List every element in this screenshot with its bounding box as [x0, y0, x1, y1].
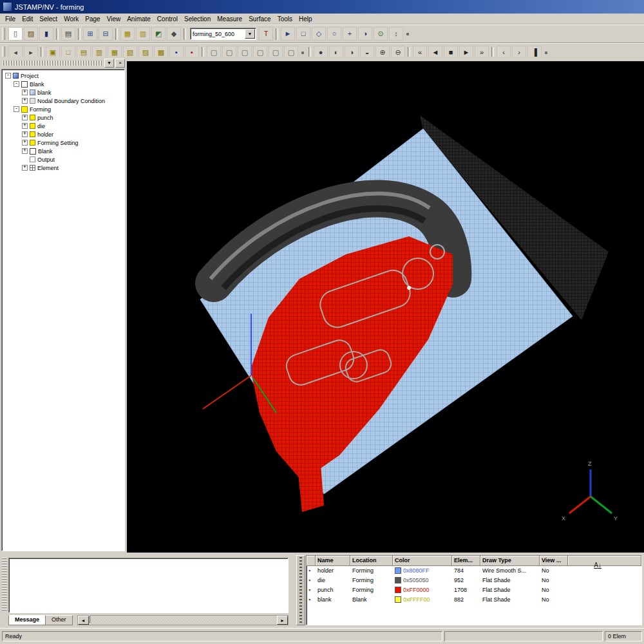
forming-stage-icon[interactable] [21, 106, 28, 113]
scroll-left-icon[interactable]: ◄ [78, 616, 89, 625]
col-select[interactable] [307, 556, 316, 566]
table-row-blank[interactable]: ▪ blank Blank 0xFFFF00 882 Flat Shade No [307, 594, 641, 604]
tab-message[interactable]: Message [8, 615, 46, 625]
row-select-icon[interactable]: ▪ [307, 596, 316, 603]
tab-other[interactable]: Other [45, 615, 73, 625]
tree-item-die[interactable]: die [2, 122, 124, 130]
row-select-icon[interactable]: ▪ [307, 567, 316, 574]
export-model-icon[interactable]: ⊟ [99, 27, 113, 41]
scrollbar-track[interactable] [89, 616, 277, 625]
col-elements[interactable]: Elem... [452, 556, 480, 566]
panel-drag-grip[interactable] [3, 61, 102, 66]
show-mesh-icon[interactable]: ▥ [136, 27, 150, 41]
scrollbar-thumb[interactable] [89, 615, 90, 623]
expander-icon[interactable] [14, 106, 19, 112]
tree-item-project[interactable]: Project [2, 71, 124, 80]
table-row-die[interactable]: ▪ die Forming 0x505050 952 Flat Shade No [307, 575, 641, 585]
expander-icon[interactable] [5, 73, 11, 79]
menu-tools[interactable]: Tools [274, 15, 296, 23]
table-row-holder[interactable]: ▪ holder Forming 0x8080FF 784 Wire Smoot… [307, 565, 641, 575]
panel-drag-grip[interactable] [2, 558, 7, 611]
scroll-right-icon[interactable]: ► [277, 616, 288, 625]
expander-icon[interactable] [22, 123, 28, 129]
measure-icon[interactable]: ↕ [389, 27, 403, 41]
menu-measure[interactable]: Measure [214, 15, 245, 23]
part-color[interactable]: 0x505050 [393, 577, 452, 583]
new-file-icon[interactable]: ▯ [8, 27, 23, 41]
select-invert-icon[interactable]: ◑ [358, 27, 372, 41]
select-add-icon[interactable]: + [343, 27, 357, 41]
row-select-icon[interactable]: ▪ [307, 577, 316, 583]
col-location[interactable]: Location [350, 556, 393, 566]
table-row-punch[interactable]: ▪ punch Forming 0xFF0000 1708 Flat Shade… [307, 585, 641, 594]
expander-icon[interactable] [22, 90, 28, 95]
color-swatch[interactable] [395, 596, 401, 603]
database-icon[interactable]: ◆ [167, 27, 181, 41]
title-bar[interactable]: JSTAMP/NV - forming [0, 0, 644, 14]
open-file-icon[interactable]: ▨ [24, 27, 38, 41]
menu-selection[interactable]: Selection [181, 15, 214, 23]
part-view[interactable]: No [540, 567, 568, 574]
col-draw-type[interactable]: Draw Type [480, 556, 540, 566]
expander-icon[interactable] [22, 131, 28, 137]
panel-header[interactable]: ▾ × [1, 59, 125, 68]
select-polygon-icon[interactable]: ◇ [312, 27, 326, 41]
col-color[interactable]: Color [393, 556, 452, 566]
menu-select[interactable]: Select [36, 15, 61, 23]
save-file-icon[interactable]: ▮ [39, 27, 53, 41]
part-view[interactable]: No [540, 596, 568, 603]
import-model-icon[interactable]: ⊞ [83, 27, 97, 41]
tree-item-output[interactable]: Output [2, 155, 124, 164]
menu-animate[interactable]: Animate [124, 15, 154, 23]
tree-item-element[interactable]: Element [2, 164, 124, 172]
menu-view[interactable]: View [104, 15, 124, 23]
tree-item-blank-group[interactable]: Blank [2, 80, 124, 88]
3d-viewport[interactable]: Z X Y [127, 61, 644, 553]
expander-icon[interactable] [22, 165, 28, 171]
select-window-icon[interactable]: □ [296, 27, 310, 41]
tree-item-holder[interactable]: holder [2, 130, 124, 138]
part-view[interactable]: No [540, 587, 568, 593]
file-combo[interactable]: forming_50_600 ▼ [190, 28, 256, 40]
show-elements-icon[interactable]: ▦ [120, 27, 135, 41]
show-parts-icon[interactable]: ◩ [151, 27, 166, 41]
combo-dropdown-icon[interactable]: ▼ [245, 29, 255, 39]
expander-icon[interactable] [22, 115, 28, 120]
color-swatch[interactable] [395, 567, 401, 574]
expander-icon[interactable] [22, 148, 28, 154]
tree-item-forming[interactable]: Forming [2, 105, 124, 113]
pin-icon[interactable]: ▾ [104, 59, 114, 68]
menu-control[interactable]: Control [154, 15, 181, 23]
panel-side-grip[interactable] [296, 555, 305, 625]
part-color[interactable]: 0xFF0000 [393, 587, 452, 593]
part-color[interactable]: 0xFFFF00 [393, 596, 452, 603]
apply-stage-icon[interactable]: T [259, 27, 273, 41]
message-output-area[interactable] [8, 558, 289, 613]
tree-item-punch[interactable]: punch [2, 113, 124, 122]
menu-file[interactable]: File [2, 15, 19, 23]
select-circle-icon[interactable]: ○ [327, 27, 341, 41]
menu-page[interactable]: Page [82, 15, 103, 23]
zoom-window-icon[interactable]: ⊙ [374, 27, 388, 41]
checkbox-icon[interactable] [21, 81, 28, 88]
col-name[interactable]: Name [316, 556, 350, 566]
menu-surface[interactable]: Surface [245, 15, 274, 23]
tree-item-nodal-boundary-condition[interactable]: Nodal Boundary Condition [2, 97, 124, 105]
part-view[interactable]: No [540, 577, 568, 583]
expander-icon[interactable] [22, 140, 28, 146]
expander-icon[interactable] [22, 98, 28, 104]
color-swatch[interactable] [395, 577, 401, 583]
menu-help[interactable]: Help [296, 15, 316, 23]
part-draw-type[interactable]: Flat Shade [480, 596, 540, 603]
part-draw-type[interactable]: Flat Shade [480, 587, 540, 593]
tree-item-forming-setting[interactable]: Forming Setting [2, 138, 124, 147]
sort-button[interactable]: A↓ [594, 562, 601, 569]
part-color[interactable]: 0x8080FF [393, 567, 452, 574]
select-cursor-icon[interactable]: ► [281, 27, 295, 41]
toolbar-grip[interactable] [2, 28, 5, 40]
menu-edit[interactable]: Edit [19, 15, 36, 23]
part-draw-type[interactable]: Flat Shade [480, 577, 540, 583]
print-icon[interactable]: ▤ [61, 27, 75, 41]
tree-item-blank-2[interactable]: Blank [2, 147, 124, 155]
horizontal-scrollbar[interactable]: ◄ ► [77, 615, 289, 625]
